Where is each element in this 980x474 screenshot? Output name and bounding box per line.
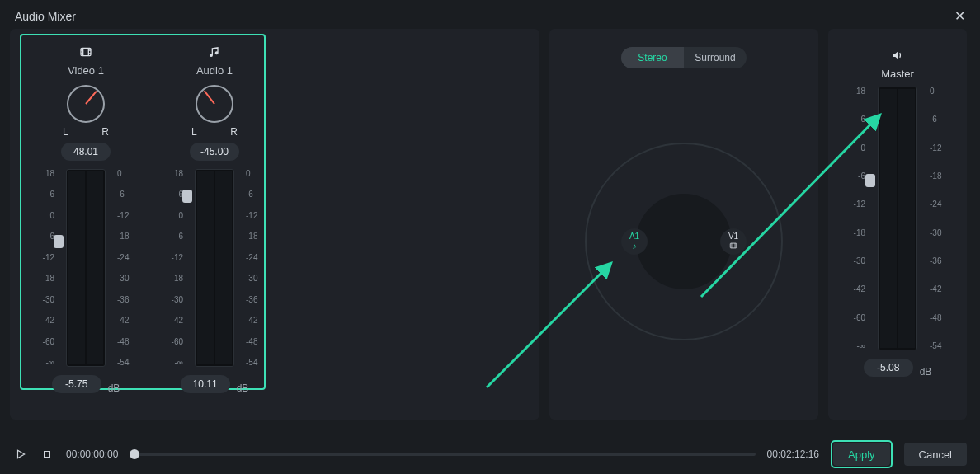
scale-tick: -∞	[36, 358, 54, 367]
channels-panel: Video 1 L R 48.01 1860-6-12-18-30-42-60-…	[10, 29, 539, 420]
scale-tick: -18	[117, 232, 135, 241]
scale-tick: -54	[246, 358, 264, 367]
close-icon[interactable]: ✕	[954, 8, 965, 24]
node-label: V1	[728, 232, 738, 241]
speaker-icon	[891, 49, 904, 64]
scale-tick: 0	[36, 211, 54, 220]
scale-tick: 0	[844, 143, 865, 153]
pan-left-label: L	[63, 126, 68, 138]
scale-tick: -42	[117, 316, 135, 325]
scale-tick: -6	[246, 190, 264, 199]
gain-slider-thumb[interactable]	[865, 174, 875, 187]
scale-tick: -36	[246, 295, 264, 304]
level-meter	[195, 169, 234, 367]
mode-toggle: Stereo Surround	[621, 47, 747, 68]
music-icon	[208, 45, 221, 61]
scale-tick: 6	[844, 115, 865, 124]
meter-scale-left: 1860-6-12-18-30-42-60-∞	[36, 169, 54, 367]
scale-tick: 0	[117, 169, 135, 178]
scale-tick: -30	[165, 295, 183, 304]
channel-strip-audio1: Audio 1 L R -45.00 1860-6-12-18-30-42-60…	[157, 45, 272, 401]
scale-tick: -36	[117, 295, 135, 304]
meter-scale-right: 0-6-12-18-24-30-36-42-48-54	[117, 169, 135, 367]
node-label: A1	[629, 232, 639, 241]
meter-scale-left: 1860-6-12-18-30-42-60-∞	[165, 169, 183, 367]
svg-rect-1	[730, 243, 737, 248]
gain-slider-thumb[interactable]	[182, 190, 192, 203]
scale-tick: -30	[844, 256, 865, 265]
scale-tick: -24	[117, 253, 135, 262]
scale-tick: 0	[246, 169, 264, 178]
scale-tick: -48	[246, 337, 264, 346]
db-unit-label: dB	[237, 382, 249, 394]
level-meter	[66, 169, 106, 367]
spatial-ring[interactable]: A1 ♪ V1	[585, 143, 783, 340]
pan-value[interactable]: -45.00	[190, 143, 239, 161]
scale-tick: -6	[930, 115, 951, 124]
scale-tick: -30	[117, 274, 135, 283]
scale-tick: -6	[117, 190, 135, 199]
scale-tick: -42	[844, 284, 865, 293]
stereo-toggle[interactable]: Stereo	[621, 47, 684, 68]
film-icon	[79, 45, 92, 61]
spatial-panel: Stereo Surround A1 ♪ V1	[549, 29, 818, 420]
level-meter	[878, 87, 917, 350]
scale-tick: -18	[930, 171, 951, 181]
scale-tick: -12	[117, 211, 135, 220]
scale-tick: -54	[117, 358, 135, 367]
scale-tick: -48	[117, 337, 135, 346]
film-icon	[729, 242, 737, 251]
scale-tick: -12	[36, 253, 54, 262]
scale-tick: -6	[36, 232, 54, 241]
scale-tick: -18	[246, 232, 264, 241]
db-unit-label: dB	[920, 366, 932, 378]
pan-needle	[204, 91, 215, 105]
surround-toggle[interactable]: Surround	[684, 47, 747, 68]
timeline-scrubber[interactable]	[130, 453, 755, 456]
scale-tick: -30	[246, 274, 264, 283]
scale-tick: -60	[165, 337, 183, 346]
channel-name: Video 1	[68, 64, 104, 77]
play-button[interactable]	[13, 447, 28, 462]
music-icon: ♪	[633, 242, 637, 251]
scale-tick: -12	[165, 253, 183, 262]
scale-tick: -18	[165, 274, 183, 283]
scale-tick: -54	[930, 341, 951, 350]
meter-scale-right: 0-6-12-18-24-30-36-42-48-54	[246, 169, 264, 367]
scale-tick: -∞	[165, 358, 183, 367]
db-unit-label: dB	[108, 382, 120, 394]
gain-value[interactable]: 10.11	[181, 375, 230, 393]
spatial-node-a1[interactable]: A1 ♪	[621, 228, 648, 255]
scale-tick: -36	[930, 256, 951, 265]
gain-value[interactable]: -5.08	[864, 359, 913, 377]
apply-button[interactable]: Apply	[833, 443, 890, 466]
svg-rect-2	[45, 452, 50, 458]
pan-knob[interactable]	[67, 85, 105, 123]
time-current: 00:00:00:00	[66, 448, 118, 460]
scale-tick: -12	[844, 199, 865, 209]
scale-tick: -30	[36, 295, 54, 304]
svg-rect-0	[81, 48, 91, 55]
master-label: Master	[881, 68, 914, 80]
scale-tick: 6	[36, 190, 54, 199]
gain-value[interactable]: -5.75	[52, 375, 101, 393]
scale-tick: -24	[930, 199, 951, 209]
scale-tick: -18	[844, 228, 865, 237]
scale-tick: 0	[165, 211, 183, 220]
pan-knob[interactable]	[196, 85, 233, 123]
stop-button[interactable]	[40, 447, 54, 462]
channel-name: Audio 1	[196, 64, 233, 77]
scale-tick: 0	[930, 87, 951, 96]
meter-scale-left: 1860-6-12-18-30-42-60-∞	[844, 87, 865, 350]
playback-bar: 00:00:00:00 00:02:12:16 Apply Cancel	[0, 434, 980, 474]
scale-tick: 18	[844, 87, 865, 96]
scale-tick: -∞	[844, 341, 865, 350]
gain-slider-thumb[interactable]	[54, 235, 64, 248]
playhead[interactable]	[130, 449, 139, 459]
channel-strip-video1: Video 1 L R 48.01 1860-6-12-18-30-42-60-…	[28, 45, 144, 401]
cancel-button[interactable]: Cancel	[904, 443, 967, 466]
scale-tick: -42	[165, 316, 183, 325]
pan-value[interactable]: 48.01	[61, 143, 111, 161]
pan-right-label: R	[230, 126, 238, 138]
spatial-node-v1[interactable]: V1	[720, 228, 747, 255]
